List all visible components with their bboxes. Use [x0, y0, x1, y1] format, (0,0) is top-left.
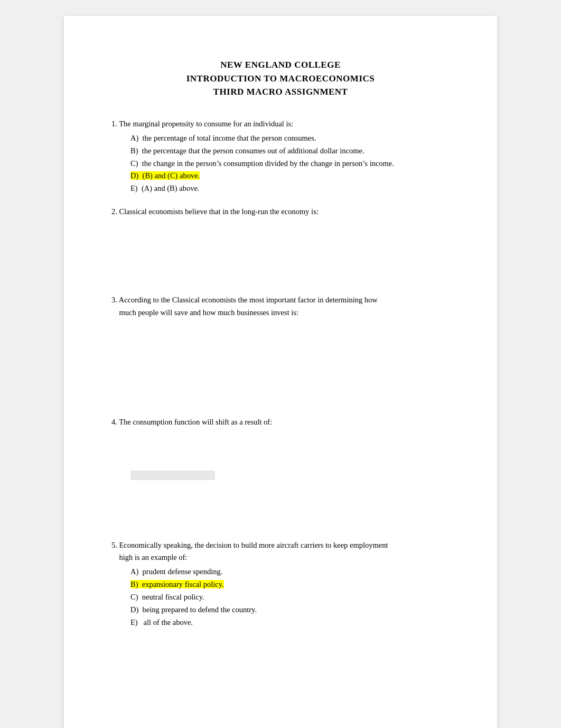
document-header: NEW ENGLAND COLLEGE INTRODUCTION TO MACR…	[111, 58, 450, 99]
page: NEW ENGLAND COLLEGE INTRODUCTION TO MACR…	[64, 16, 497, 728]
question-1: 1. The marginal propensity to consume fo…	[111, 118, 450, 196]
question-5-text: 5. Economically speaking, the decision t…	[111, 539, 450, 564]
question-4-number: 4.	[111, 418, 117, 426]
spacer-after-q1	[111, 195, 450, 206]
option-1b: B) the percentage that the person consum…	[130, 145, 450, 158]
option-5c: C) neutral fiscal policy.	[130, 591, 450, 604]
image-placeholder-q4	[130, 471, 215, 480]
option-5d: D) being prepared to defend the country.	[130, 604, 450, 616]
question-1-body: The marginal propensity to consume for a…	[119, 119, 293, 128]
question-3-number: 3.	[111, 296, 117, 304]
option-5b: B) expansionary fiscal policy.	[130, 578, 450, 591]
spacer-q2	[111, 220, 450, 294]
question-4: 4. The consumption function will shift a…	[111, 416, 450, 539]
question-3-text: 3. According to the Classical economists…	[111, 294, 450, 318]
option-1a: A) the percentage of total income that t…	[130, 132, 450, 145]
question-1-options: A) the percentage of total income that t…	[130, 132, 450, 196]
header-line1: NEW ENGLAND COLLEGE	[111, 58, 450, 72]
highlight-5b: B) expansionary fiscal policy.	[130, 580, 224, 588]
question-5-body: Economically speaking, the decision to b…	[111, 541, 388, 561]
question-5-number: 5.	[111, 541, 117, 549]
option-1d: D) (B) and (C) above.	[130, 170, 450, 182]
question-2-number: 2.	[111, 207, 117, 216]
spacer-q3	[111, 321, 450, 416]
header-line3: THIRD MACRO ASSIGNMENT	[111, 85, 450, 99]
question-1-text: 1. The marginal propensity to consume fo…	[111, 118, 450, 130]
question-5: 5. Economically speaking, the decision t…	[111, 539, 450, 629]
question-3-body: According to the Classical economists th…	[111, 296, 378, 316]
question-5-options: A) prudent defense spending. B) expansio…	[130, 566, 450, 629]
header-line2: INTRODUCTION TO MACROECONOMICS	[111, 72, 450, 86]
questions-container: 1. The marginal propensity to consume fo…	[111, 118, 450, 630]
option-5a: A) prudent defense spending.	[130, 566, 450, 578]
question-4-body: The consumption function will shift as a…	[119, 418, 272, 426]
question-2: 2. Classical economists believe that in …	[111, 206, 450, 294]
option-1c: C) the change in the person’s consumptio…	[130, 158, 450, 170]
highlight-1d: D) (B) and (C) above.	[130, 171, 200, 180]
option-5e: E) all of the above.	[130, 616, 450, 629]
question-2-body: Classical economists believe that in the…	[119, 207, 319, 216]
question-4-text: 4. The consumption function will shift a…	[111, 416, 450, 428]
option-1e: E) (A) and (B) above.	[130, 182, 450, 195]
question-2-text: 2. Classical economists believe that in …	[111, 206, 450, 218]
question-3: 3. According to the Classical economists…	[111, 294, 450, 416]
question-1-number: 1.	[111, 119, 117, 128]
spacer-q4	[111, 471, 450, 539]
